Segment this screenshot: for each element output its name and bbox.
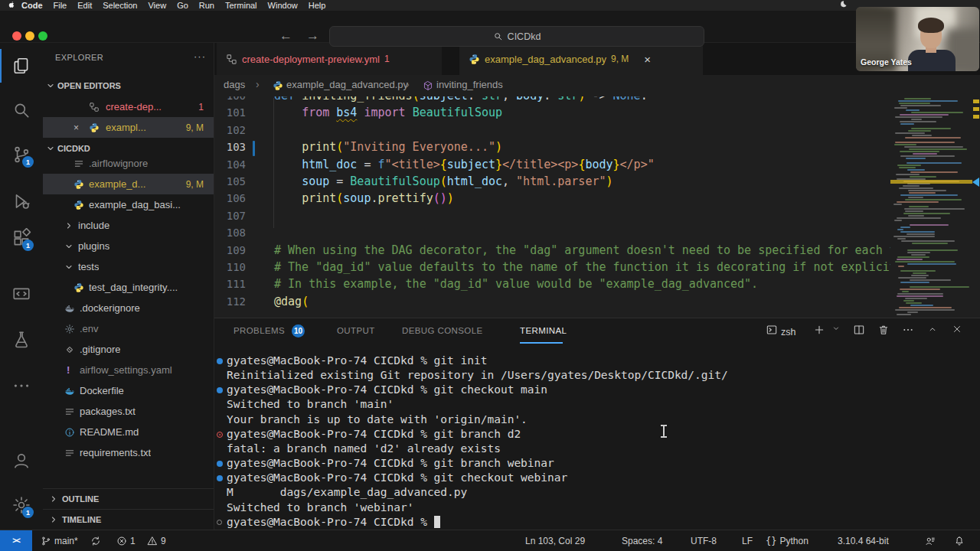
tree-item--dockerignore[interactable]: .dockerignore [43, 298, 214, 318]
code-text: from bs4 import BeautifulSoup [274, 106, 502, 119]
open-editors-header[interactable]: OPEN EDITORS [43, 77, 214, 95]
titlebar[interactable]: ← → CICDkd [0, 11, 980, 43]
maximize-panel-icon[interactable] [927, 324, 938, 334]
close-window-button[interactable] [12, 31, 21, 41]
tab-example_dag_advanced.py[interactable]: example_dag_advanced.py9, M× [459, 43, 703, 75]
open-editor-item[interactable]: create-dep...1 [43, 96, 214, 117]
cursor-position[interactable]: Ln 103, Col 29 [525, 530, 585, 551]
outline-panel[interactable]: OUTLINE [43, 488, 214, 509]
menu-item-file[interactable]: File [48, 1, 73, 10]
tree-item--airflowignore[interactable]: .airflowignore [43, 153, 214, 174]
activity-testing[interactable] [0, 321, 43, 358]
close-editor-icon[interactable]: × [74, 122, 79, 133]
indentation[interactable]: Spaces: 4 [622, 530, 662, 551]
activity-remote-explorer[interactable] [0, 276, 43, 313]
language-mode[interactable]: {}Python [766, 530, 808, 551]
tree-item--gitignore[interactable]: .gitignore [43, 339, 214, 360]
activity-settings[interactable]: 1 [0, 487, 43, 523]
flask-icon [11, 330, 31, 350]
panel-tab-problems[interactable]: PROBLEMS [234, 326, 285, 335]
encoding[interactable]: UTF-8 [691, 530, 717, 551]
menu-item-window[interactable]: Window [263, 1, 303, 10]
panel-tab-output[interactable]: OUTPUT [337, 326, 375, 335]
tree-item-test-dag-integrity-[interactable]: test_dag_integrity.... [43, 277, 214, 298]
breadcrumb-item-2[interactable]: example_dag_advanced.py [286, 79, 408, 90]
timeline-panel[interactable]: TIMELINE [43, 509, 214, 530]
tree-item--env[interactable]: .env [43, 318, 214, 339]
python-interpreter[interactable]: 3.10.4 64-bit [838, 530, 889, 551]
notifications[interactable] [954, 530, 965, 551]
terminal-output[interactable]: gyates@MacBook-Pro-74 CICDkd % git initR… [214, 345, 980, 530]
tree-item-packages-txt[interactable]: packages.txt [43, 401, 214, 422]
menu-item-run[interactable]: Run [194, 1, 220, 10]
menu-item-go[interactable]: Go [172, 1, 194, 10]
maximize-window-button[interactable] [38, 31, 47, 41]
tab-close-icon[interactable]: × [644, 53, 651, 66]
activity-extensions[interactable]: 1 [0, 220, 43, 256]
files-icon [11, 56, 31, 76]
sync-status[interactable] [90, 530, 101, 551]
tree-item-plugins[interactable]: plugins [43, 236, 214, 256]
file-label: Dockerfile [80, 385, 124, 396]
breadcrumb-item-3[interactable]: inviting_friends [436, 79, 503, 90]
activity-account[interactable] [0, 442, 43, 479]
menu-item-code[interactable]: Code [16, 1, 48, 10]
tree-item-tests[interactable]: tests [43, 256, 214, 277]
explorer-actions-icon[interactable]: ··· [194, 51, 206, 62]
minimize-window-button[interactable] [25, 31, 34, 41]
minimap-currentline-highlight [890, 180, 972, 184]
kill-terminal-icon[interactable] [877, 324, 890, 336]
tree-item-example-dag-basi-[interactable]: example_dag_basi... [43, 194, 214, 215]
tree-item-airflow-settings-yaml[interactable]: !airflow_settings.yaml [43, 360, 214, 380]
terminal-text: Switched to branch 'main' [227, 398, 394, 410]
new-terminal-icon[interactable] [813, 324, 825, 336]
minimap[interactable] [890, 96, 972, 318]
eol[interactable]: LF [742, 530, 753, 551]
remote-indicator[interactable]: >< [0, 530, 32, 551]
tab-create-deployment-preview.yml[interactable]: create-deployment-preview.yml1 [217, 43, 442, 75]
breadcrumb-item-1[interactable]: dags [224, 79, 245, 90]
code-line-104: 104 html_doc = f"<title>{subject}</title… [214, 158, 980, 174]
menu-item-view[interactable]: View [142, 1, 172, 10]
terminal-shell-icon[interactable] [766, 324, 778, 336]
close-panel-icon[interactable] [952, 324, 962, 334]
menu-item-terminal[interactable]: Terminal [220, 1, 263, 10]
errors-count[interactable]: 1 [116, 530, 136, 551]
tree-item-readme-md[interactable]: README.md [43, 422, 214, 442]
git-branch-status[interactable]: main* [41, 530, 78, 551]
terminal-text: gyates@MacBook-Pro-74 CICDkd % [227, 516, 440, 528]
tree-item-requirements-txt[interactable]: requirements.txt [43, 442, 214, 463]
open-editor-item[interactable]: ×exampl...9, M [43, 117, 214, 138]
terminal-text: Reinitialized existing Git repository in… [227, 369, 728, 381]
shell-label[interactable]: zsh [781, 327, 795, 337]
tree-item-dockerfile[interactable]: Dockerfile [43, 380, 214, 401]
command-center-search[interactable]: CICDkd [329, 26, 704, 47]
terminal-line: gyates@MacBook-Pro-74 CICDkd % git branc… [214, 457, 980, 471]
panel-tab-terminal[interactable]: TERMINAL [520, 326, 567, 335]
menu-item-help[interactable]: Help [303, 1, 332, 10]
tree-item-include[interactable]: include [43, 215, 214, 236]
activity-search[interactable] [0, 92, 43, 129]
do-not-disturb-moon-icon[interactable] [839, 0, 848, 10]
docker-icon [64, 303, 75, 314]
activity-more-actions[interactable] [0, 367, 43, 404]
nav-forward-icon[interactable]: → [306, 28, 319, 44]
code-line-106: 106 print(soup.prettify()) [214, 191, 980, 208]
activity-run-debug[interactable] [0, 183, 43, 220]
feedback[interactable] [925, 530, 936, 551]
code-editor[interactable]: 100def inviting_friends(subject: str, bo… [214, 96, 980, 318]
menu-item-selection[interactable]: Selection [97, 1, 142, 10]
vscode-window: CodeFileEditSelectionViewGoRunTerminalWi… [0, 0, 980, 551]
menu-item-edit[interactable]: Edit [72, 1, 97, 10]
nav-back-icon[interactable]: ← [279, 28, 292, 44]
split-terminal-icon[interactable] [853, 324, 865, 336]
warnings-count[interactable]: 9 [147, 530, 166, 551]
panel-more-actions-icon[interactable] [902, 324, 914, 336]
code-text: html_doc = f"<title>{subject}</title><p>… [274, 158, 655, 171]
terminal-dropdown-icon[interactable] [831, 324, 841, 333]
activity-explorer[interactable] [0, 47, 43, 84]
activity-source-control[interactable]: 1 [0, 136, 43, 173]
tree-item-example-d-[interactable]: example_d...9, M [43, 174, 214, 194]
panel-tab-debug-console[interactable]: DEBUG CONSOLE [402, 326, 483, 335]
section-label: TIMELINE [62, 515, 101, 524]
